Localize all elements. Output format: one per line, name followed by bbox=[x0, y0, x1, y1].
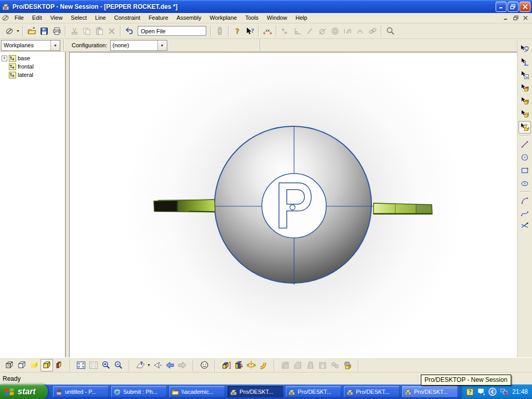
menu-workplane[interactable]: Workplane bbox=[205, 13, 241, 23]
configuration-dropdown-icon[interactable]: ▼ bbox=[157, 41, 167, 50]
network-error-tray-icon[interactable] bbox=[500, 388, 508, 396]
select-workplanes-icon[interactable] bbox=[518, 69, 531, 82]
hidden-icons-chevron[interactable] bbox=[488, 388, 497, 396]
project-profile-icon[interactable] bbox=[232, 359, 245, 371]
autoscale-icon[interactable] bbox=[75, 359, 87, 371]
rectangle-tool-icon[interactable] bbox=[518, 164, 531, 177]
shaded-icon[interactable] bbox=[28, 359, 41, 371]
new-design-icon[interactable] bbox=[3, 25, 16, 37]
menu-tools[interactable]: Tools bbox=[241, 13, 263, 23]
close-button[interactable] bbox=[520, 2, 530, 12]
line-tool-icon[interactable] bbox=[518, 138, 531, 151]
panel-selector-dropdown-icon[interactable]: ▼ bbox=[50, 41, 60, 50]
configuration-combobox[interactable]: (none) ▼ bbox=[110, 40, 167, 51]
transparent-icon[interactable] bbox=[16, 359, 28, 371]
logo-dot bbox=[290, 205, 295, 210]
extrude-profile-icon[interactable] bbox=[220, 359, 232, 371]
tree-item-lateral[interactable]: lateral bbox=[0, 71, 65, 79]
taskbar-button-paint[interactable]: untitled - P... bbox=[53, 386, 109, 397]
browse-magnifier-icon[interactable] bbox=[384, 25, 396, 37]
ellipse-tool-icon[interactable] bbox=[518, 177, 531, 190]
trim-tool-icon[interactable] bbox=[518, 220, 531, 233]
taskbar-button-label: Pro/DESKT... bbox=[298, 389, 331, 395]
svg-text:xx: xx bbox=[265, 28, 270, 33]
tree-item-frontal[interactable]: frontal bbox=[0, 62, 65, 71]
dimension-icon[interactable]: xx bbox=[261, 25, 274, 37]
tree-item-label[interactable]: frontal bbox=[18, 63, 34, 70]
taskbar-button-prodesktop-2[interactable]: Pro/DESKT... bbox=[286, 386, 341, 397]
select-parts-icon[interactable] bbox=[518, 108, 531, 121]
half-section-icon[interactable] bbox=[53, 359, 65, 371]
workplane-icon bbox=[9, 72, 16, 78]
prodesktop-icon bbox=[288, 388, 296, 396]
fix-together-icon bbox=[366, 25, 379, 37]
select-features-icon[interactable] bbox=[518, 95, 531, 108]
taskbar-button-prodesktop-4[interactable]: Pro/DESKT... bbox=[402, 386, 458, 397]
save-icon[interactable] bbox=[38, 25, 50, 37]
zoom-in-icon[interactable] bbox=[100, 359, 112, 371]
menu-select[interactable]: Select bbox=[66, 13, 91, 23]
mdi-close-button[interactable] bbox=[521, 14, 530, 22]
taskbar-button-prodesktop-3[interactable]: Pro/DESKT... bbox=[344, 386, 400, 397]
taskbar: start untitled - P... e Submit : Ph... \… bbox=[0, 384, 532, 399]
select-lines-icon[interactable] bbox=[518, 43, 531, 56]
view-direction-icon[interactable] bbox=[151, 359, 164, 371]
select-components-icon[interactable] bbox=[518, 121, 531, 134]
photo-album-icon[interactable] bbox=[198, 359, 210, 371]
menu-constraint[interactable]: Constraint bbox=[110, 13, 144, 23]
mdi-minimize-button[interactable] bbox=[501, 14, 510, 22]
design-canvas[interactable] bbox=[69, 52, 517, 357]
tree-item-base[interactable]: + base bbox=[0, 54, 65, 62]
previous-view-icon[interactable] bbox=[164, 359, 176, 371]
spline-tool-icon[interactable] bbox=[518, 207, 531, 220]
menu-assembly[interactable]: Assembly bbox=[172, 13, 206, 23]
start-button[interactable]: start bbox=[0, 384, 48, 399]
expand-icon[interactable]: + bbox=[2, 56, 7, 61]
enhanced-shaded-icon[interactable] bbox=[41, 359, 53, 371]
taskbar-button-prodesktop-1[interactable]: Pro/DESKT... bbox=[228, 386, 283, 397]
minimize-button[interactable] bbox=[496, 2, 507, 12]
autoscale-selection-icon bbox=[87, 359, 100, 371]
clock[interactable]: 21:48 bbox=[512, 388, 528, 395]
help-icon[interactable]: ? bbox=[231, 25, 244, 37]
display-tray-icon[interactable] bbox=[477, 388, 485, 396]
context-help-icon[interactable]: ? bbox=[244, 25, 256, 37]
tree-item-label[interactable]: lateral bbox=[18, 72, 33, 78]
select-edges-icon[interactable] bbox=[518, 56, 531, 69]
arc-tool-icon[interactable] bbox=[518, 194, 531, 207]
revolve-profile-icon[interactable] bbox=[245, 359, 257, 371]
tree-item-label[interactable]: base bbox=[18, 55, 30, 61]
main-toolbar: ▼ Open File bbox=[0, 23, 532, 39]
open-file-input[interactable]: Open File bbox=[138, 26, 206, 36]
undo-icon[interactable] bbox=[123, 25, 136, 37]
menu-edit[interactable]: Edit bbox=[28, 13, 46, 23]
menu-line[interactable]: Line bbox=[91, 13, 110, 23]
select-faces-icon[interactable] bbox=[518, 82, 531, 95]
new-component-icon[interactable] bbox=[341, 359, 354, 371]
help-tray-icon[interactable]: ? bbox=[466, 388, 474, 396]
left-fin bbox=[154, 200, 215, 212]
taskbar-button-ie[interactable]: e Submit : Ph... bbox=[111, 386, 167, 397]
restore-button[interactable] bbox=[508, 2, 518, 12]
mdi-restore-button[interactable] bbox=[511, 14, 520, 22]
taskbar-button-label: untitled - P... bbox=[65, 389, 96, 395]
select-parts-capsule-icon bbox=[214, 25, 226, 37]
menu-file[interactable]: File bbox=[10, 13, 28, 23]
menu-help[interactable]: Help bbox=[291, 13, 312, 23]
onto-workplane-icon[interactable] bbox=[134, 359, 147, 371]
onto-workplane-dropdown-icon[interactable]: ▼ bbox=[147, 359, 151, 371]
taskbar-tooltip: Pro/DESKTOP - New Session bbox=[421, 375, 511, 385]
circle-tool-icon[interactable] bbox=[518, 151, 531, 164]
menu-window[interactable]: Window bbox=[263, 13, 291, 23]
menu-view[interactable]: View bbox=[46, 13, 67, 23]
open-icon[interactable] bbox=[25, 25, 38, 37]
taskbar-button-explorer[interactable]: \\academic... bbox=[169, 386, 225, 397]
print-icon[interactable] bbox=[50, 25, 63, 37]
panel-selector-combobox[interactable]: Workplanes ▼ bbox=[1, 40, 60, 51]
new-design-dropdown-icon[interactable]: ▼ bbox=[16, 25, 20, 37]
menu-feature[interactable]: Feature bbox=[144, 13, 172, 23]
wireframe-icon[interactable] bbox=[3, 359, 16, 371]
sweep-profile-icon[interactable] bbox=[257, 359, 270, 371]
document-icon[interactable] bbox=[0, 12, 10, 24]
zoom-out-icon[interactable] bbox=[112, 359, 125, 371]
